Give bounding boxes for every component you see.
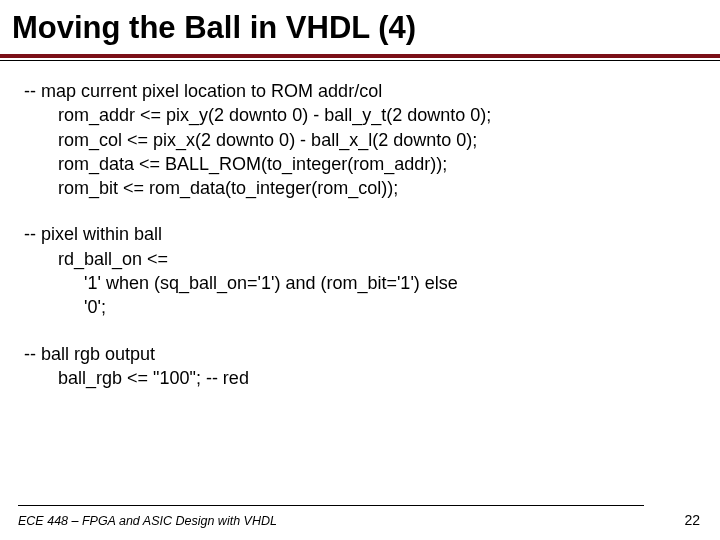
code-block-2: -- pixel within ball rd_ball_on <= '1' w… [24, 222, 700, 319]
code-line: rom_data <= BALL_ROM(to_integer(rom_addr… [24, 152, 700, 176]
code-line: rd_ball_on <= [24, 247, 700, 271]
code-line: '1' when (sq_ball_on='1') and (rom_bit='… [24, 271, 700, 295]
page-number: 22 [684, 512, 700, 528]
code-block-3: -- ball rgb output ball_rgb <= "100"; --… [24, 342, 700, 391]
page-title: Moving the Ball in VHDL (4) [0, 0, 720, 50]
code-line: rom_bit <= rom_data(to_integer(rom_col))… [24, 176, 700, 200]
code-line: '0'; [24, 295, 700, 319]
code-line: ball_rgb <= "100"; -- red [24, 366, 700, 390]
code-comment: -- map current pixel location to ROM add… [24, 79, 700, 103]
footer-course: ECE 448 – FPGA and ASIC Design with VHDL [18, 514, 277, 528]
code-line: rom_col <= pix_x(2 downto 0) - ball_x_l(… [24, 128, 700, 152]
footer-rule [18, 505, 644, 506]
code-comment: -- ball rgb output [24, 342, 700, 366]
title-rule-thick [0, 54, 720, 58]
code-block-1: -- map current pixel location to ROM add… [24, 79, 700, 200]
slide-content: -- map current pixel location to ROM add… [0, 61, 720, 390]
code-comment: -- pixel within ball [24, 222, 700, 246]
code-line: rom_addr <= pix_y(2 downto 0) - ball_y_t… [24, 103, 700, 127]
